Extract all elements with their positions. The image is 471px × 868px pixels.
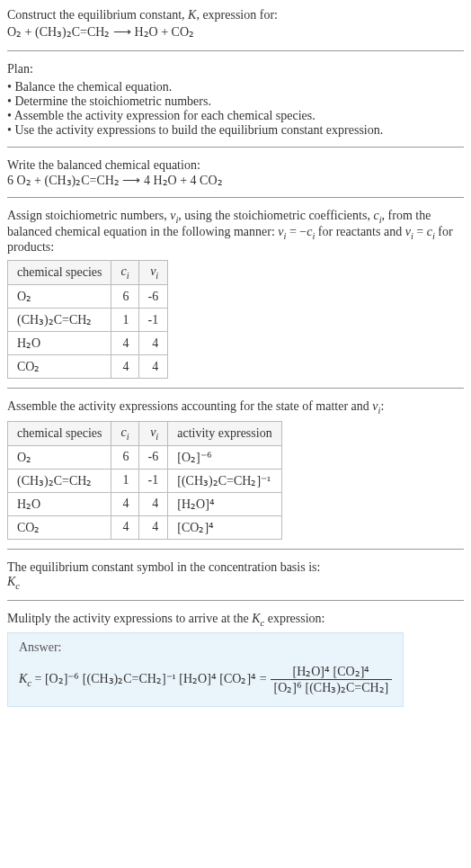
cell-species: H₂O [8,332,111,355]
cell-ci: 4 [111,492,138,515]
fraction-numerator: [H₂O]⁴ [CO₂]⁴ [271,664,393,680]
cell-nui: -6 [138,445,168,469]
plan-item: Use the activity expressions to build th… [7,123,464,138]
table-row: CO₂ 4 4 [8,355,168,379]
balanced-section: Write the balanced chemical equation: 6 … [7,158,464,198]
table-row: CO₂ 4 4 [CO₂]⁴ [8,515,282,539]
stoich-heading: Assign stoichiometric numbers, νi, using… [7,209,464,255]
table-row: O₂ 6 -6 [8,285,168,309]
plan-heading: Plan: [7,62,464,76]
cell-nui: 4 [138,332,168,355]
symbol-value: Kc [7,575,464,591]
col-ci: ci [111,261,138,285]
col-species: chemical species [8,421,111,445]
cell-species: CO₂ [8,355,111,379]
cell-species: (CH₃)₂C=CH₂ [8,469,111,492]
stoich-table: chemical species ci νi O₂ 6 -6 (CH₃)₂C=C… [7,260,168,379]
table-row: (CH₃)₂C=CH₂ 1 -1 [8,309,168,332]
balanced-equation: 6 O₂ + (CH₃)₂C=CH₂ ⟶ 4 H₂O + 4 CO₂ [7,173,464,188]
balanced-heading: Write the balanced chemical equation: [7,158,464,173]
plan-list: Balance the chemical equation. Determine… [7,80,464,138]
cell-nui: 4 [138,355,168,379]
cell-activity: [(CH₃)₂C=CH₂]⁻¹ [168,469,281,492]
cell-ci: 4 [111,515,138,539]
col-nui: νi [138,261,168,285]
activity-heading: Assemble the activity expressions accoun… [7,399,464,416]
table-row: H₂O 4 4 [8,332,168,355]
cell-nui: -6 [138,285,168,309]
answer-box: Answer: Kc = [O₂]⁻⁶ [(CH₃)₂C=CH₂]⁻¹ [H₂O… [7,632,404,707]
intro-equation: O₂ + (CH₃)₂C=CH₂ ⟶ H₂O + CO₂ [7,25,194,39]
table-header-row: chemical species ci νi [8,261,168,285]
cell-nui: 4 [138,492,168,515]
cell-activity: [O₂]⁻⁶ [168,445,281,469]
intro-section: Construct the equilibrium constant, K, e… [7,7,464,51]
plan-item: Balance the chemical equation. [7,80,464,94]
cell-activity: [CO₂]⁴ [168,515,281,539]
table-row: O₂ 6 -6 [O₂]⁻⁶ [8,445,282,469]
cell-species: O₂ [8,285,111,309]
cell-nui: -1 [138,309,168,332]
plan-section: Plan: Balance the chemical equation. Det… [7,62,464,148]
table-header-row: chemical species ci νi activity expressi… [8,421,282,445]
intro-text: Construct the equilibrium constant, K, e… [7,7,464,41]
activity-section: Assemble the activity expressions accoun… [7,399,464,550]
cell-species: CO₂ [8,515,111,539]
answer-label: Answer: [19,640,392,655]
cell-ci: 1 [111,469,138,492]
table-row: H₂O 4 4 [H₂O]⁴ [8,492,282,515]
symbol-section: The equilibrium constant symbol in the c… [7,560,464,601]
cell-species: H₂O [8,492,111,515]
cell-species: (CH₃)₂C=CH₂ [8,309,111,332]
cell-ci: 4 [111,355,138,379]
answer-equation: Kc = [O₂]⁻⁶ [(CH₃)₂C=CH₂]⁻¹ [H₂O]⁴ [CO₂]… [19,660,392,695]
symbol-heading: The equilibrium constant symbol in the c… [7,560,464,575]
cell-ci: 1 [111,309,138,332]
fraction-denominator: [O₂]⁶ [(CH₃)₂C=CH₂] [271,680,393,695]
cell-ci: 6 [111,445,138,469]
intro-line: Construct the equilibrium constant, K, e… [7,8,278,22]
col-activity: activity expression [168,421,281,445]
activity-table: chemical species ci νi activity expressi… [7,421,282,540]
col-nui: νi [138,421,168,445]
answer-lhs: Kc = [O₂]⁻⁶ [(CH₃)₂C=CH₂]⁻¹ [H₂O]⁴ [CO₂]… [19,671,267,688]
plan-item: Determine the stoichiometric numbers. [7,94,464,109]
multiply-section: Mulitply the activity expressions to arr… [7,612,464,717]
multiply-heading: Mulitply the activity expressions to arr… [7,612,464,628]
stoich-section: Assign stoichiometric numbers, νi, using… [7,209,464,389]
answer-fraction: [H₂O]⁴ [CO₂]⁴ [O₂]⁶ [(CH₃)₂C=CH₂] [271,664,393,695]
col-ci: ci [111,421,138,445]
cell-nui: -1 [138,469,168,492]
plan-item: Assemble the activity expression for eac… [7,109,464,123]
cell-activity: [H₂O]⁴ [168,492,281,515]
col-species: chemical species [8,261,111,285]
cell-ci: 6 [111,285,138,309]
table-row: (CH₃)₂C=CH₂ 1 -1 [(CH₃)₂C=CH₂]⁻¹ [8,469,282,492]
cell-species: O₂ [8,445,111,469]
cell-ci: 4 [111,332,138,355]
cell-nui: 4 [138,515,168,539]
